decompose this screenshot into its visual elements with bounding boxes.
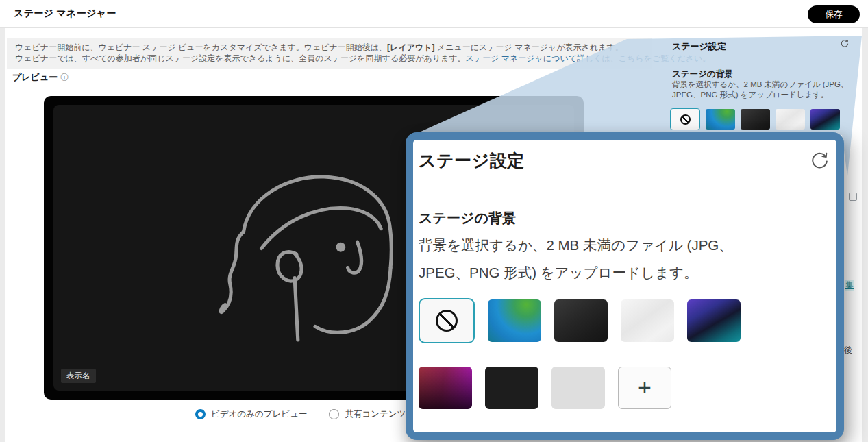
display-name-badge: 表示名 [61,369,96,383]
background-tile-redpurple[interactable] [419,367,472,409]
banner-line-2: ウェビナーでは、すべての参加者が同じステージ設定を表示できるように、全員のステー… [15,53,644,64]
background-tile-purpleteal[interactable] [687,299,741,342]
edit-link-fragment[interactable]: 集 [845,280,854,291]
overlay-title: ステージ設定 [419,149,525,172]
background-tile-darkswirl[interactable] [741,109,770,130]
page-title: ステージ マネージャー [14,8,116,20]
stage-settings-zoom-overlay: ステージ設定 ステージの背景 背景を選択するか、2 MB 未満のファイル (JP… [406,132,844,440]
prohibition-icon [436,310,458,332]
banner-bold-layout: [レイアウト] [387,42,434,52]
overlay-background-heading: ステージの背景 [419,209,516,228]
preview-mode-radios: ビデオのみのプレビュー 共有コンテンツのプレビ [195,408,441,420]
background-tile-none[interactable] [419,298,475,343]
preview-section-label: プレビューⓘ [12,71,69,84]
stage-background-description: 背景を選択するか、2 MB 未満のファイル (JPG、 JPEG、PNG 形式)… [672,79,848,100]
background-tile-darkswirl[interactable] [554,299,608,342]
panel-divider [660,36,660,135]
background-tile-black[interactable] [485,367,538,409]
background-tile-none[interactable] [670,108,700,130]
info-banner: ウェビナー開始前に、ウェビナー ステージ ビューをカスタマイズできます。ウェビナ… [7,38,652,69]
description-line: 背景を選択するか、2 MB 未満のファイル (JPG、 [672,79,848,90]
description-line: 背景を選択するか、2 MB 未満のファイル (JPG、 [419,232,733,259]
background-thumbnails-row-2: + [419,367,671,409]
stage-manager-help-link[interactable]: ステージ マネージャについて詳しくは、こちらをご覧ください。 [466,53,711,63]
stage-background-heading: ステージの背景 [672,69,733,80]
refresh-icon[interactable] [809,151,830,172]
prohibition-icon [680,114,691,125]
info-icon[interactable]: ⓘ [60,73,69,82]
radio-video-only-preview[interactable]: ビデオのみのプレビュー [195,408,307,420]
banner-text: メニューにステージ マネージャが表示されます。 [435,42,623,52]
right-edge-strip [862,28,868,442]
checkbox-fragment[interactable] [849,193,857,201]
description-line: JPEG、PNG 形式) をアップロードします。 [419,259,733,286]
stage-manager-page: ステージ マネージャー 保存 ウェビナー開始前に、ウェビナー ステージ ビューを… [0,0,868,442]
description-line: JPEG、PNG 形式) をアップロードします。 [672,90,848,100]
page-header: ステージ マネージャー 保存 [0,0,868,28]
preview-label-text: プレビュー [12,72,58,82]
save-button[interactable]: 保存 [808,5,860,23]
left-edge-strip [0,28,5,442]
radio-selected-icon[interactable] [195,409,206,419]
background-tile-bluegreen[interactable] [488,299,541,342]
banner-text: ウェビナーでは、すべての参加者が同じステージ設定を表示できるように、全員のステー… [15,53,466,63]
background-tile-add[interactable]: + [618,367,671,409]
background-thumbnails-small [670,108,840,130]
banner-text: ウェビナー開始前に、ウェビナー ステージ ビューをカスタマイズできます。ウェビナ… [15,42,387,52]
background-tile-bluegreen[interactable] [706,109,735,130]
background-tile-purpleteal[interactable] [810,109,840,130]
background-tile-lightswirl[interactable] [776,109,805,130]
overlay-background-description: 背景を選択するか、2 MB 未満のファイル (JPG、 JPEG、PNG 形式)… [419,232,733,286]
radio-label: ビデオのみのプレビュー [211,408,307,420]
background-tile-lightswirl[interactable] [621,299,674,342]
text-fragment: 後 [844,345,852,356]
banner-line-1: ウェビナー開始前に、ウェビナー ステージ ビューをカスタマイズできます。ウェビナ… [15,42,644,53]
avatar-line-art [219,170,411,376]
background-tile-lightgray[interactable] [551,367,605,409]
stage-settings-panel-title: ステージ設定 [672,40,726,53]
background-thumbnails-row-1 [419,298,741,343]
refresh-icon[interactable] [840,39,850,49]
plus-icon: + [638,376,652,399]
radio-unselected-icon[interactable] [329,409,339,419]
